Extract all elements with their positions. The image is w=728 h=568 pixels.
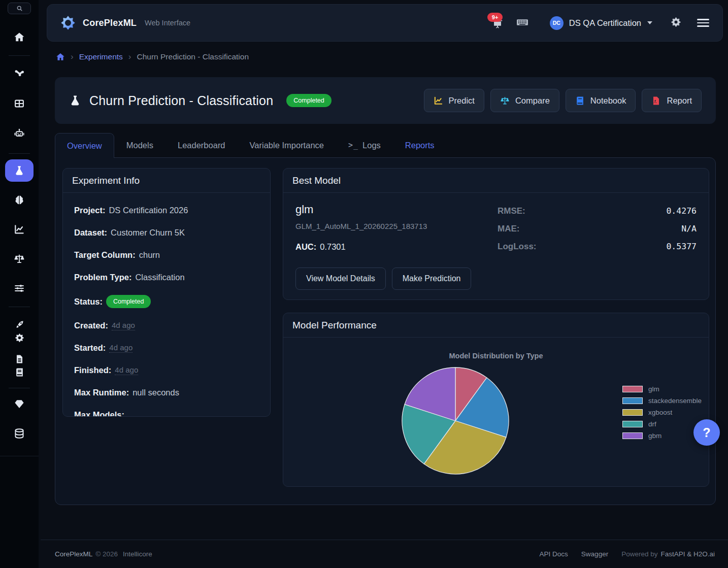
report-button[interactable]: Report [642, 89, 702, 112]
sidebar-search-button[interactable] [8, 3, 31, 14]
status-badge: Completed [106, 295, 151, 308]
info-value: Customer Churn 5K [111, 228, 185, 238]
tab-leaderboard[interactable]: Leaderboard [166, 133, 238, 157]
sidebar-item-models[interactable] [13, 194, 25, 206]
page-actions: Predict Compare Notebook Report [424, 89, 702, 112]
pie-chart-legend: glmstackedensemblexgboostdrfgbm [622, 385, 702, 440]
info-label: Dataset: [74, 228, 107, 238]
sidebar-item-settings-sliders[interactable] [13, 282, 25, 294]
tab-models[interactable]: Models [114, 133, 166, 157]
info-row-target-column: Target Column:churn [74, 250, 259, 260]
chevron-down-icon [647, 21, 652, 24]
make-prediction-button[interactable]: Make Prediction [392, 268, 472, 290]
footer-link-api-docs[interactable]: API Docs [540, 550, 568, 558]
sidebar-item-automl[interactable] [13, 127, 25, 139]
user-menu-button[interactable]: DC DS QA Certification [545, 12, 657, 34]
sidebar-divider [9, 388, 30, 388]
predict-button[interactable]: Predict [424, 89, 484, 112]
sidebar-divider [9, 153, 30, 154]
powered-value: FastAPI & H2O.ai [660, 550, 715, 558]
tab-label: Logs [362, 141, 381, 150]
breadcrumb-link-experiments[interactable]: Experiments [79, 52, 123, 61]
sidebar-item-projects[interactable] [13, 68, 25, 80]
info-label: Max Models: [74, 410, 124, 417]
sidebar-item-datasets[interactable] [13, 97, 25, 110]
model-performance-body: Model Distribution by Type glmstackedens… [283, 338, 709, 487]
notifications-button[interactable]: 9+ [492, 17, 505, 29]
flask-icon [69, 94, 81, 107]
chevron-right-icon: › [128, 52, 131, 62]
overview-panel: Experiment Info Project:DS Certification… [55, 157, 716, 505]
info-value: DS Certification 2026 [109, 206, 188, 215]
sidebar-item-storage[interactable] [13, 427, 25, 440]
info-label: Finished: [74, 365, 111, 375]
legend-item-drf[interactable]: drf [622, 420, 702, 428]
legend-item-gbm[interactable]: gbm [622, 432, 702, 440]
pie-chart [400, 365, 511, 477]
settings-button[interactable] [671, 17, 683, 29]
tab-label: Reports [405, 141, 435, 150]
compare-button[interactable]: Compare [490, 89, 559, 112]
sidebar-item-documents[interactable] [13, 353, 25, 365]
best-model-auc: AUC:0.7301 [295, 242, 498, 252]
hamburger-menu-icon[interactable] [697, 17, 709, 29]
sidebar-item-notebooks[interactable] [13, 366, 25, 378]
best-model-body: glm GLM_1_AutoML_1_20260225_183713 AUC:0… [283, 193, 709, 300]
footer-link-swagger[interactable]: Swagger [581, 550, 608, 558]
card-title: Best Model [283, 169, 709, 193]
metric-value: 0.4276 [666, 206, 697, 216]
sidebar-item-monitoring[interactable] [13, 223, 25, 236]
info-value-relative-time: 4d ago [115, 365, 138, 375]
keyboard-shortcuts-button[interactable] [516, 16, 530, 29]
metric-row-logloss: LogLoss:0.5377 [498, 242, 697, 252]
sidebar-item-resources[interactable] [13, 398, 25, 410]
notebook-button-label: Notebook [590, 96, 626, 106]
best-model-id: GLM_1_AutoML_1_20260225_183713 [295, 222, 498, 230]
sidebar-item-compare[interactable] [13, 253, 25, 265]
book-icon [575, 96, 585, 106]
footer-copyright: © 2026 [95, 550, 118, 558]
sidebar-divider [9, 55, 30, 56]
metric-row-rmse: RMSE:0.4276 [498, 206, 697, 216]
footer-brand: CorePlexML [55, 550, 92, 558]
auc-value: 0.7301 [320, 242, 345, 251]
info-label: Max Runtime: [74, 388, 129, 397]
best-model-card: Best Model glm GLM_1_AutoML_1_20260225_1… [283, 168, 709, 300]
gem-icon [14, 398, 25, 410]
footer-company-link[interactable]: Intellicore [123, 550, 152, 558]
sidebar [0, 0, 39, 568]
tab-overview[interactable]: Overview [55, 133, 114, 158]
brand-name: CorePlexML [83, 18, 137, 28]
help-button[interactable]: ? [693, 419, 720, 446]
notebook-button[interactable]: Notebook [566, 89, 636, 112]
info-value: null seconds [133, 388, 179, 397]
sidebar-item-home[interactable] [13, 31, 25, 43]
legend-item-xgboost[interactable]: xgboost [622, 409, 702, 416]
legend-item-glm[interactable]: glm [622, 385, 702, 393]
user-avatar: DC [550, 16, 564, 30]
brand-logo-icon [60, 15, 76, 30]
report-button-label: Report [667, 96, 692, 106]
search-icon [16, 5, 23, 12]
sidebar-item-experiments[interactable] [5, 159, 34, 182]
home-icon[interactable] [56, 52, 65, 61]
metric-row-mae: MAE:N/A [498, 224, 697, 234]
view-model-details-button[interactable]: View Model Details [295, 268, 386, 290]
card-title: Model Performance [283, 313, 709, 338]
share-nodes-icon [14, 69, 25, 80]
sidebar-divider [9, 307, 30, 307]
legend-item-stackedensemble[interactable]: stackedensemble [622, 397, 702, 405]
tab-logs[interactable]: >_Logs [336, 133, 393, 157]
sidebar-item-operations[interactable] [13, 331, 25, 344]
chevron-right-icon: › [71, 52, 74, 62]
breadcrumb-current: Churn Prediction - Classification [137, 52, 249, 61]
sidebar-item-deployments[interactable] [13, 318, 25, 330]
tab-variable-importance[interactable]: Variable Importance [238, 133, 336, 157]
info-label: Target Column: [74, 250, 136, 260]
book-icon [15, 367, 24, 377]
info-row-problem-type: Problem Type:Classification [74, 273, 259, 282]
page-title: Churn Prediction - Classification [89, 93, 273, 108]
tab-reports[interactable]: Reports [393, 133, 447, 157]
compare-button-label: Compare [515, 96, 550, 106]
info-row-max-models: Max Models: [74, 410, 259, 417]
